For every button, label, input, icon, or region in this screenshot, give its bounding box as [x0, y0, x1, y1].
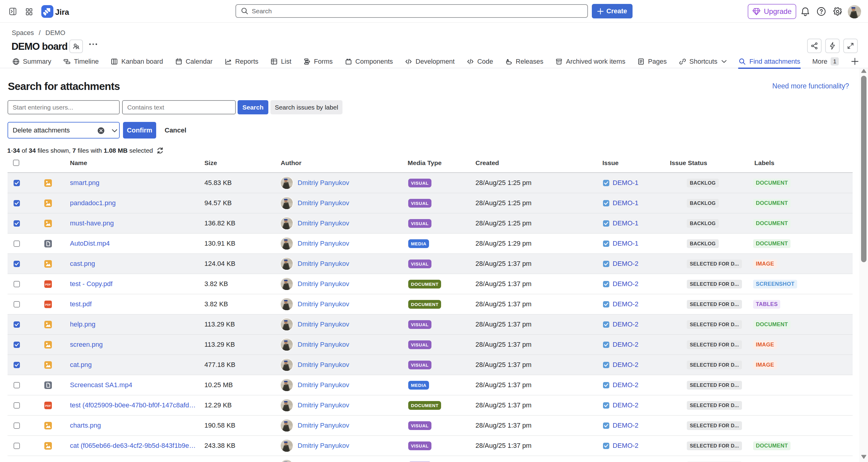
svg-text:PDF: PDF — [45, 404, 51, 407]
svg-text:PDF: PDF — [45, 303, 51, 306]
svg-text:PDF: PDF — [45, 283, 51, 286]
